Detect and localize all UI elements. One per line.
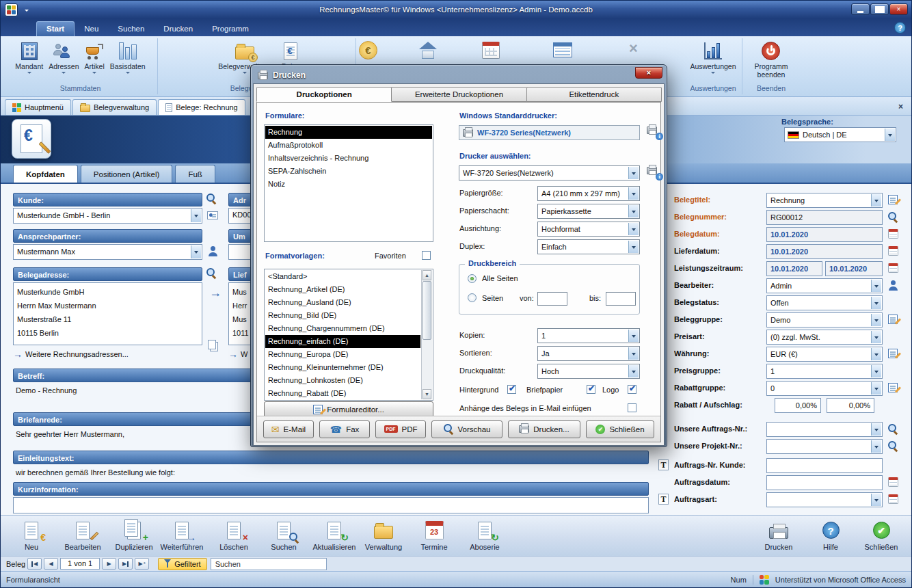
search-icon[interactable] bbox=[888, 212, 898, 222]
duplex-select[interactable]: Einfach bbox=[537, 239, 640, 254]
papiergroesse-select[interactable]: A4 (210 mm x 297 mm) bbox=[537, 186, 640, 201]
ribbon-tab-neu[interactable]: Neu bbox=[75, 22, 108, 36]
kurzinformation-field[interactable] bbox=[13, 497, 649, 513]
edit-icon[interactable] bbox=[888, 383, 898, 392]
aufschlag-field[interactable]: 0,00% bbox=[827, 398, 874, 413]
chevron-down-icon[interactable] bbox=[628, 223, 639, 235]
calendar-icon[interactable] bbox=[888, 263, 898, 273]
pdf-button[interactable]: PDFPDF bbox=[375, 420, 426, 438]
chevron-down-icon[interactable] bbox=[871, 194, 881, 206]
ribbon-button-programm-beenden[interactable]: Programm beenden bbox=[751, 38, 790, 83]
formatvorlagen-list[interactable]: <Standard> Rechnung_Artikel (DE) Rechnun… bbox=[264, 269, 433, 401]
list-item[interactable]: Rechnung_Ausland (DE) bbox=[265, 296, 420, 309]
druckqualitaet-select[interactable]: Hoch bbox=[537, 364, 640, 379]
schliessen-button[interactable]: ✔Schließen bbox=[586, 420, 654, 438]
toolbar-button-weiterfuehren[interactable]: → Weiterführen bbox=[157, 518, 207, 551]
tab-etikettendruck[interactable]: Etikettendruck bbox=[526, 87, 662, 102]
briefanrede-value[interactable]: Sehr geehrter Herr Mustermann, bbox=[16, 430, 124, 438]
toolbar-button-drucken[interactable]: Drucken bbox=[753, 518, 804, 551]
toolbar-button-duplizieren[interactable]: + Duplizieren bbox=[109, 518, 159, 551]
mid-link-fragment[interactable]: → W bbox=[228, 349, 247, 359]
ribbon-tab-drucken[interactable]: Drucken bbox=[154, 22, 202, 36]
preisgruppe-select[interactable]: 1 bbox=[766, 364, 883, 379]
chevron-down-icon[interactable] bbox=[871, 348, 881, 360]
toolbar-button-bearbeiten[interactable]: Bearbeiten bbox=[57, 518, 108, 551]
belegdatum-field[interactable]: 10.01.2020 bbox=[766, 227, 883, 242]
einleitungstext-value[interactable]: wir berechnen gemäß Ihrer Bestellung wie… bbox=[16, 468, 175, 477]
kunde-select[interactable]: Musterkunde GmbH - Berlin bbox=[13, 208, 202, 224]
last-record-button[interactable]: ▶ bbox=[118, 558, 133, 570]
ribbon-tab-suchen[interactable]: Suchen bbox=[108, 22, 154, 36]
bearbeiter-select[interactable]: Admin bbox=[766, 278, 883, 293]
list-item[interactable]: Rechnung_Europa (DE) bbox=[265, 348, 420, 361]
tab-hauptmenu[interactable]: Hauptmenü bbox=[5, 99, 71, 115]
seiten-von-input[interactable] bbox=[537, 292, 567, 306]
close-button[interactable]: × bbox=[889, 3, 908, 15]
fax-button[interactable]: ☎Fax bbox=[319, 420, 370, 438]
waehrung-select[interactable]: EUR (€) bbox=[766, 347, 883, 362]
ribbon-button-adressen[interactable]: Adressen bbox=[46, 38, 81, 83]
papierschacht-select[interactable]: Papierkassette bbox=[537, 204, 640, 219]
unsere-projektnr-select[interactable] bbox=[766, 439, 883, 454]
beleggruppe-select[interactable]: Demo bbox=[766, 312, 883, 328]
chevron-down-icon[interactable] bbox=[628, 187, 639, 200]
search-icon[interactable] bbox=[206, 193, 217, 204]
print-dialog-titlebar[interactable]: Drucken × bbox=[253, 67, 665, 83]
scrollbar-thumb[interactable] bbox=[423, 281, 431, 340]
scroll-up-icon[interactable]: ▲ bbox=[423, 270, 431, 280]
tab-belege-rechnung[interactable]: Belege: Rechnung bbox=[158, 99, 245, 115]
calendar-icon[interactable] bbox=[888, 477, 898, 487]
kopien-select[interactable]: 1 bbox=[537, 328, 640, 343]
list-item[interactable]: Rechnung_Chargennummern (DE) bbox=[265, 322, 420, 335]
list-item[interactable]: SEPA-Zahlschein bbox=[265, 165, 432, 178]
preisart-select[interactable]: (0) zzgl. MwSt. bbox=[766, 330, 883, 345]
ribbon-button-basisdaten[interactable]: Basisdaten bbox=[107, 38, 148, 83]
help-icon[interactable]: ? bbox=[894, 22, 906, 34]
ribbon-tab-programm[interactable]: Programm bbox=[202, 22, 258, 36]
printer-info-icon[interactable]: i bbox=[647, 167, 660, 178]
toolbar-button-loeschen[interactable]: × Löschen bbox=[209, 518, 259, 551]
printer-info-icon[interactable]: i bbox=[647, 126, 660, 137]
ribbon-button-auswertungen[interactable]: Auswertungen bbox=[687, 38, 738, 83]
drucker-select[interactable]: WF-3720 Series(Netzwerk) bbox=[459, 165, 640, 181]
logo-checkbox[interactable] bbox=[628, 385, 636, 394]
toolbar-button-hilfe[interactable]: ? Hilfe bbox=[805, 518, 856, 551]
sortieren-select[interactable]: Ja bbox=[537, 346, 640, 361]
tab-fussdaten[interactable]: Fuß bbox=[175, 165, 215, 183]
calendar-icon[interactable] bbox=[888, 229, 898, 239]
list-item[interactable]: Aufmaßprotokoll bbox=[265, 139, 432, 152]
text-format-icon[interactable]: T bbox=[658, 459, 669, 470]
chevron-down-icon[interactable] bbox=[871, 382, 881, 395]
alle-seiten-radio[interactable] bbox=[468, 274, 477, 283]
person-icon[interactable] bbox=[208, 246, 218, 256]
rabatt-field[interactable]: 0,00% bbox=[775, 398, 821, 413]
chevron-down-icon[interactable] bbox=[885, 129, 895, 141]
lieferdatum-field[interactable]: 10.01.2020 bbox=[766, 244, 883, 259]
chevron-down-icon[interactable] bbox=[628, 347, 639, 360]
scrollbar[interactable]: ▲ ▼ bbox=[421, 270, 432, 399]
chevron-down-icon[interactable] bbox=[628, 365, 639, 377]
seiten-bis-input[interactable] bbox=[606, 292, 636, 306]
chevron-down-icon[interactable] bbox=[871, 297, 881, 309]
calendar-icon[interactable] bbox=[888, 494, 898, 504]
toolbar-button-aboserie[interactable]: ↻ Aboserie bbox=[459, 518, 510, 551]
seiten-radio[interactable] bbox=[468, 293, 477, 302]
chevron-down-icon[interactable] bbox=[628, 205, 639, 217]
euro-coin-icon[interactable]: € bbox=[359, 41, 377, 59]
toolbar-button-verwaltung[interactable]: Verwaltung bbox=[358, 518, 409, 551]
search-icon[interactable] bbox=[888, 441, 898, 451]
chevron-down-icon[interactable] bbox=[871, 365, 881, 377]
belegadresse-field[interactable]: Musterkunde GmbH Herrn Max Mustermann Mu… bbox=[13, 282, 202, 345]
belegnummer-field[interactable]: RG00012 bbox=[766, 210, 883, 225]
search-icon[interactable] bbox=[888, 424, 898, 434]
home-icon[interactable] bbox=[418, 42, 438, 60]
ansprechpartner-select[interactable]: Mustermann Max bbox=[13, 244, 202, 260]
leistungszeitraum-bis-field[interactable]: 10.01.2020 bbox=[825, 261, 883, 276]
chevron-down-icon[interactable] bbox=[871, 280, 881, 292]
tab-erweiterte-druckoptionen[interactable]: Erweiterte Druckoptionen bbox=[391, 87, 526, 102]
close-tab-icon[interactable]: × bbox=[898, 102, 903, 111]
ribbon-button-artikel[interactable]: Artikel bbox=[82, 38, 107, 83]
filter-toggle[interactable]: Gefiltert bbox=[158, 558, 207, 570]
ribbon-tab-start[interactable]: Start bbox=[36, 21, 75, 36]
list-item[interactable]: Inhaltsverzeichnis - Rechnung bbox=[265, 152, 432, 165]
